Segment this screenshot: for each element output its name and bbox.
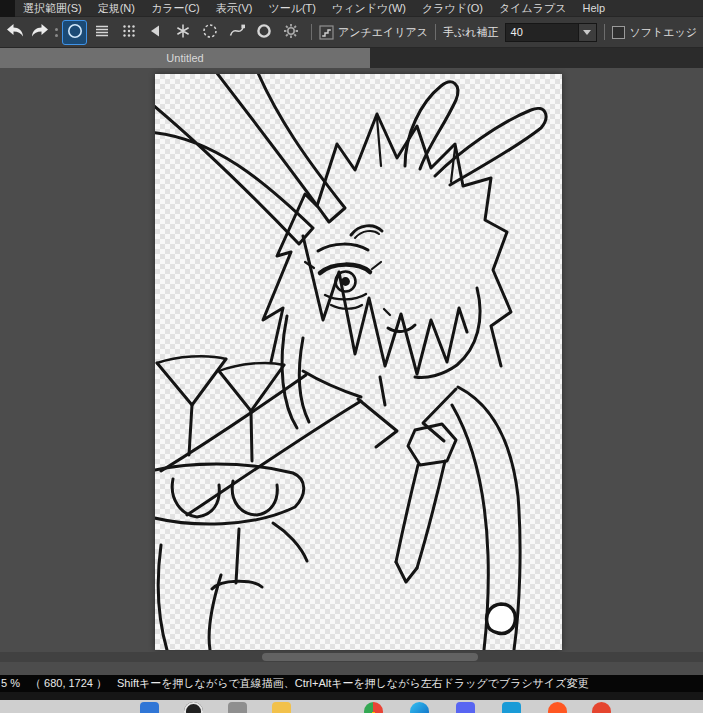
- window-bottom-edge: [0, 692, 703, 700]
- stabilizer-value: 40: [506, 26, 578, 38]
- menu-view[interactable]: 表示(V): [208, 0, 261, 17]
- toolbar-grip[interactable]: [52, 21, 61, 43]
- drawing-bunny-ears: [405, 82, 546, 185]
- menu-timelapse[interactable]: タイムラプス: [491, 0, 575, 17]
- zoom-level: 5 %: [1, 675, 20, 692]
- status-hint: Shiftキーを押しながらで直線描画、Ctrl+Altキーを押しながら左右ドラッ…: [117, 675, 589, 692]
- tool-settings[interactable]: [278, 20, 303, 45]
- menu-color[interactable]: カラー(C): [143, 0, 208, 17]
- taskbar-icon-4[interactable]: [272, 702, 291, 713]
- separator: [435, 24, 436, 40]
- taskbar-icon-8[interactable]: [502, 702, 521, 713]
- taskbar-icon-6[interactable]: [410, 702, 429, 713]
- tool-triangle-left[interactable]: [143, 20, 168, 45]
- curve-path-icon: [228, 22, 246, 42]
- drawing-hair: [263, 114, 511, 428]
- soft-edge-checkbox[interactable]: [612, 26, 625, 39]
- drawing-arm-top-left: [155, 74, 345, 244]
- tool-ellipse-select[interactable]: [62, 20, 87, 45]
- drawing-face: [305, 226, 480, 378]
- triangle-left-icon: [147, 22, 165, 42]
- tool-ring[interactable]: [251, 20, 276, 45]
- menu-cloud[interactable]: クラウド(O): [414, 0, 491, 17]
- separator: [604, 24, 605, 40]
- hatch-lines-icon: [93, 22, 111, 42]
- snap-asterisk-icon: [174, 22, 192, 42]
- stabilizer-label: 手ぶれ補正: [443, 25, 499, 40]
- app-icon: [0, 0, 15, 17]
- tool-curve[interactable]: [224, 20, 249, 45]
- taskbar-icon-1[interactable]: [140, 702, 159, 713]
- menu-bar: 選択範囲(S) 定規(N) カラー(C) 表示(V) ツール(T) ウィンドウ(…: [0, 0, 703, 17]
- taskbar-icon-9[interactable]: [548, 702, 567, 713]
- canvas-drawing[interactable]: [155, 74, 562, 650]
- taskbar-icon-5[interactable]: [364, 702, 383, 713]
- taskbar-icon-3[interactable]: [228, 702, 247, 713]
- menu-tool[interactable]: ツール(T): [260, 0, 324, 17]
- drawing-jacket: [158, 375, 520, 650]
- cursor-coordinates: （ 680, 1724 ）: [30, 675, 107, 692]
- undo-button[interactable]: [2, 20, 27, 45]
- menu-ruler[interactable]: 定規(N): [90, 0, 143, 17]
- antialias-toggle-icon[interactable]: [319, 25, 334, 40]
- dropdown-arrow-icon[interactable]: [578, 24, 596, 41]
- soft-edge-label[interactable]: ソフトエッジ: [630, 25, 698, 40]
- redo-button[interactable]: [27, 20, 52, 45]
- dotted-circle-icon: [201, 22, 219, 42]
- menu-window[interactable]: ウィンドウ(W): [324, 0, 414, 17]
- toolbar: アンチエイリアス 手ぶれ補正 40 ソフトエッジ: [0, 17, 703, 48]
- canvas[interactable]: [155, 74, 562, 650]
- ellipse-select-icon: [66, 22, 84, 42]
- taskbar-icon-10[interactable]: [592, 702, 611, 713]
- halftone-dots-icon: [120, 22, 138, 42]
- redo-icon: [30, 23, 50, 41]
- horizontal-scrollbar-thumb[interactable]: [262, 653, 478, 661]
- antialias-label[interactable]: アンチエイリアス: [338, 25, 428, 40]
- drawing-collar-tie: [303, 371, 456, 582]
- tool-halftone[interactable]: [116, 20, 141, 45]
- menu-help[interactable]: Help: [574, 0, 613, 17]
- stabilizer-dropdown[interactable]: 40: [505, 23, 597, 42]
- horizontal-scrollbar[interactable]: [0, 652, 703, 662]
- taskbar-icon-7[interactable]: [456, 702, 475, 713]
- menu-selection[interactable]: 選択範囲(S): [15, 0, 90, 17]
- undo-icon: [5, 23, 25, 41]
- separator: [311, 24, 312, 40]
- gear-icon: [282, 22, 300, 42]
- canvas-area[interactable]: [0, 68, 703, 675]
- windows-taskbar: [0, 700, 703, 713]
- tab-bar: Untitled: [0, 48, 703, 68]
- tool-snap[interactable]: [170, 20, 195, 45]
- tool-dotted-circle[interactable]: [197, 20, 222, 45]
- tab-untitled[interactable]: Untitled: [0, 48, 370, 68]
- thick-ring-icon: [255, 22, 273, 42]
- taskbar-icon-2[interactable]: [184, 702, 203, 713]
- status-bar: 5 % （ 680, 1724 ） Shiftキーを押しながらで直線描画、Ctr…: [0, 675, 703, 692]
- tool-hatch-lines[interactable]: [89, 20, 114, 45]
